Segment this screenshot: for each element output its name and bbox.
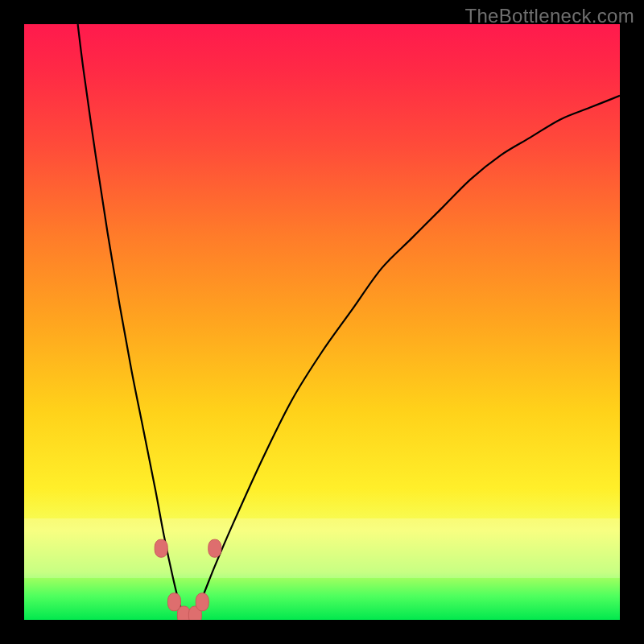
curve-marker [155, 539, 167, 557]
curve-marker [196, 593, 208, 611]
watermark-text: TheBottleneck.com [464, 5, 634, 27]
bottleneck-curve [78, 24, 620, 618]
chart-frame: TheBottleneck.com [0, 0, 644, 644]
curve-layer [24, 24, 620, 620]
marker-group [155, 539, 221, 620]
plot-area [24, 24, 620, 620]
curve-marker [208, 539, 221, 557]
